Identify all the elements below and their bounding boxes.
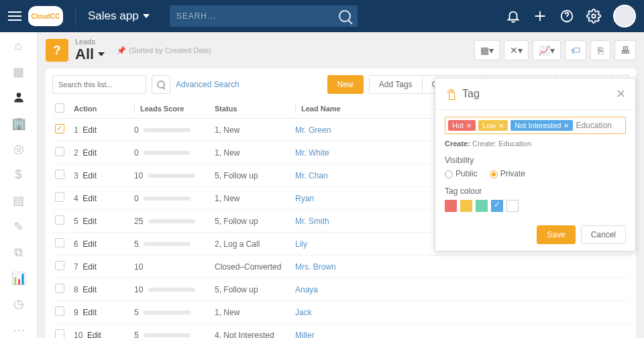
row-checkbox[interactable] bbox=[55, 284, 64, 293]
radio-private[interactable]: Private bbox=[490, 169, 525, 178]
tag-text-input[interactable] bbox=[576, 121, 623, 130]
help-icon[interactable] bbox=[559, 9, 574, 23]
new-button[interactable]: New bbox=[327, 75, 364, 94]
chip-hot[interactable]: Hot✕ bbox=[448, 120, 476, 131]
side-tasks-icon[interactable]: ✎ bbox=[10, 219, 28, 235]
edit-link[interactable]: Edit bbox=[83, 217, 97, 226]
row-checkbox[interactable] bbox=[55, 192, 64, 202]
list-search-input[interactable] bbox=[52, 75, 146, 94]
side-leads-icon[interactable] bbox=[10, 89, 28, 106]
side-dashboard-icon[interactable]: ◷ bbox=[10, 296, 28, 313]
edit-link[interactable]: Edit bbox=[83, 171, 97, 180]
side-more-icon[interactable]: ⋯ bbox=[10, 322, 28, 339]
lead-name-link[interactable]: Miller bbox=[295, 331, 315, 339]
table-row[interactable]: 10 Edit 5 4, Not Interested Miller bbox=[52, 324, 629, 339]
lead-name-link[interactable]: Jack bbox=[295, 308, 312, 317]
select-all-checkbox[interactable] bbox=[55, 103, 64, 113]
side-reports-icon[interactable]: ▤ bbox=[10, 192, 28, 209]
edit-link[interactable]: Edit bbox=[83, 308, 97, 317]
row-checkbox[interactable] bbox=[55, 215, 64, 225]
advanced-search-link[interactable]: Advanced Search bbox=[176, 80, 239, 89]
user-avatar[interactable] bbox=[613, 5, 636, 27]
radio-public[interactable]: Public bbox=[445, 169, 478, 178]
status-label: 4, Not Interested bbox=[215, 331, 274, 339]
search-button[interactable] bbox=[152, 75, 170, 94]
side-home-icon[interactable]: ⌂ bbox=[10, 38, 28, 54]
search-icon[interactable] bbox=[339, 10, 351, 22]
row-checkbox[interactable] bbox=[55, 306, 64, 316]
chip-low[interactable]: Low✕ bbox=[478, 120, 508, 131]
lead-name-link[interactable]: Lily bbox=[295, 239, 307, 249]
score-value: 10 bbox=[134, 171, 143, 180]
sort-hint[interactable]: 📌 (Sorted by Created Date) bbox=[117, 46, 211, 55]
colour-swatch[interactable] bbox=[460, 200, 472, 212]
edit-link[interactable]: Edit bbox=[83, 194, 97, 203]
modal-body: Hot✕ Low✕ Not Interested✕ Create: Create… bbox=[435, 110, 635, 219]
lead-name-link[interactable]: Mrs. Brown bbox=[295, 262, 336, 272]
close-icon[interactable]: ✕ bbox=[616, 87, 626, 101]
add-tags-button[interactable]: Add Tags bbox=[369, 75, 423, 94]
remove-chip-icon[interactable]: ✕ bbox=[466, 122, 472, 129]
edit-link[interactable]: Edit bbox=[83, 148, 97, 158]
remove-chip-icon[interactable]: ✕ bbox=[498, 122, 504, 129]
edit-link[interactable]: Edit bbox=[83, 262, 97, 272]
settings-icon[interactable] bbox=[586, 9, 601, 23]
module-label: Leads bbox=[75, 38, 105, 46]
edit-link[interactable]: Edit bbox=[83, 239, 97, 249]
side-analytics-icon[interactable]: 📊 bbox=[10, 270, 28, 287]
table-row[interactable]: 7 Edit 10 Closed–Converted Mrs. Brown bbox=[52, 256, 629, 278]
row-checkbox[interactable] bbox=[55, 238, 64, 247]
logo[interactable]: CloudCC bbox=[28, 6, 63, 26]
table-row[interactable]: 8 Edit 10 5, Follow up Anaya bbox=[52, 278, 629, 301]
cancel-button[interactable]: Cancel bbox=[581, 225, 626, 244]
remove-chip-icon[interactable]: ✕ bbox=[564, 122, 569, 129]
lead-name-link[interactable]: Mr. Chan bbox=[295, 171, 328, 180]
global-search[interactable] bbox=[170, 5, 358, 27]
tools-button[interactable]: ✕▾ bbox=[504, 40, 529, 60]
row-number: 8 bbox=[74, 285, 78, 294]
side-contact-icon[interactable]: ⧉ bbox=[10, 244, 28, 261]
edit-link[interactable]: Edit bbox=[83, 285, 97, 294]
hamburger-icon[interactable] bbox=[8, 9, 21, 23]
lead-name-link[interactable]: Ryan bbox=[295, 194, 314, 203]
side-targets-icon[interactable]: ◎ bbox=[10, 141, 28, 158]
score-value: 0 bbox=[134, 194, 139, 203]
row-checkbox[interactable] bbox=[55, 170, 64, 179]
row-number: 6 bbox=[74, 239, 78, 249]
tag-input-box[interactable]: Hot✕ Low✕ Not Interested✕ bbox=[445, 117, 626, 134]
content: ? Leads All 📌 (Sorted by Created Date) ▦… bbox=[38, 32, 644, 338]
colour-swatch[interactable] bbox=[445, 200, 457, 212]
notifications-icon[interactable] bbox=[506, 9, 521, 23]
table-row[interactable]: 9 Edit 5 1, New Jack bbox=[52, 301, 629, 324]
side-accounts-icon[interactable]: 🏢 bbox=[10, 115, 28, 132]
chart-button[interactable]: 📈▾ bbox=[533, 40, 561, 60]
lead-name-link[interactable]: Mr. Smith bbox=[295, 217, 329, 226]
colour-swatch[interactable] bbox=[491, 200, 503, 212]
row-checkbox[interactable] bbox=[55, 147, 64, 156]
export-button[interactable]: ⎘ bbox=[590, 40, 610, 60]
colour-swatch[interactable] bbox=[506, 200, 519, 212]
edit-link[interactable]: Edit bbox=[87, 331, 101, 339]
add-icon[interactable] bbox=[533, 9, 547, 23]
view-mode-button[interactable]: ▦▾ bbox=[474, 40, 500, 60]
side-calendar-icon[interactable]: ▦ bbox=[10, 64, 28, 80]
colour-swatch[interactable] bbox=[476, 200, 488, 212]
global-search-input[interactable] bbox=[176, 11, 339, 21]
lead-name-link[interactable]: Mr. Green bbox=[295, 125, 331, 135]
row-number: 3 bbox=[74, 171, 78, 180]
app-switcher[interactable]: Sales app bbox=[88, 9, 150, 23]
create-hint[interactable]: Create: Create: Education bbox=[445, 139, 626, 148]
save-button[interactable]: Save bbox=[537, 225, 575, 244]
chip-not-interested[interactable]: Not Interested✕ bbox=[511, 120, 573, 131]
print-button[interactable]: 🖶 bbox=[614, 40, 636, 60]
side-money-icon[interactable]: $ bbox=[10, 167, 28, 184]
lead-name-link[interactable]: Mr. White bbox=[295, 148, 329, 158]
tag-button[interactable]: 🏷 bbox=[565, 40, 586, 60]
edit-link[interactable]: Edit bbox=[83, 125, 97, 135]
view-selector[interactable]: All bbox=[75, 46, 105, 63]
row-checkbox[interactable] bbox=[55, 124, 64, 133]
row-checkbox[interactable] bbox=[55, 261, 64, 270]
topbar: CloudCC Sales app bbox=[0, 0, 644, 32]
row-checkbox[interactable] bbox=[55, 329, 64, 338]
lead-name-link[interactable]: Anaya bbox=[295, 285, 318, 294]
